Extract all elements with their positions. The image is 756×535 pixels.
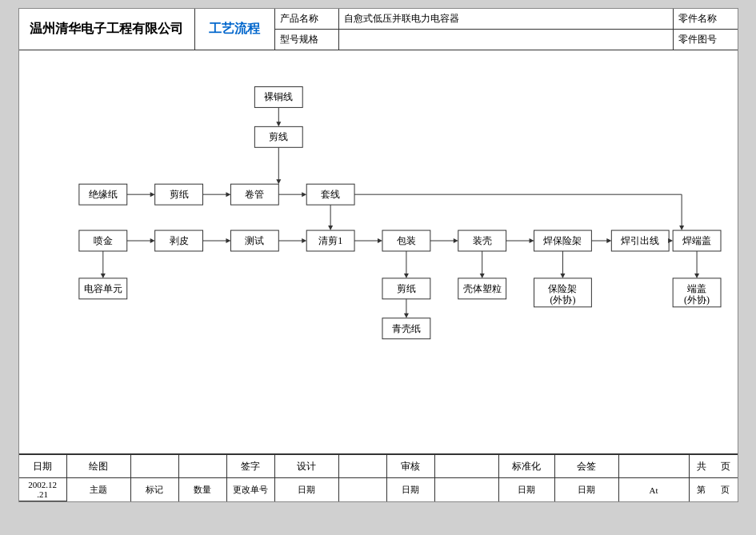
doc-title: 工艺流程	[195, 9, 275, 50]
svg-text:保险架: 保险架	[548, 283, 577, 294]
svg-marker-19	[302, 192, 306, 197]
svg-text:卷管: 卷管	[245, 189, 264, 200]
svg-marker-34	[226, 238, 230, 243]
diagram-area: 裸铜线 剪线 绝缘纸 剪纸 卷管	[19, 50, 738, 453]
date-col: 2002.12.21	[19, 478, 67, 501]
info-block: 产品名称 自愈式低压并联电力电容器 零件名称 型号规格 零件图号	[275, 9, 738, 50]
svg-marker-66	[403, 273, 408, 278]
svg-marker-26	[679, 226, 684, 230]
svg-text:绝缘纸: 绝缘纸	[88, 189, 117, 200]
empty7	[435, 478, 499, 501]
svg-marker-83	[694, 273, 699, 278]
flowchart-svg: 裸铜线 剪线 绝缘纸 剪纸 卷管	[35, 66, 722, 434]
svg-text:装壳: 装壳	[472, 235, 491, 246]
svg-marker-7	[276, 179, 281, 184]
footer: 日期 绘图 签字 设计 审核 标准化 会签 共 页 2002.12.21 主题 …	[19, 453, 738, 501]
svg-text:焊引出线: 焊引出线	[621, 235, 659, 246]
page-label: 页	[714, 455, 738, 477]
svg-text:(外协): (外协)	[684, 294, 710, 305]
svg-marker-46	[453, 238, 458, 243]
svg-text:端盖: 端盖	[687, 283, 706, 294]
svg-text:剪纸: 剪纸	[396, 283, 415, 294]
standardize-label: 标准化	[499, 455, 555, 477]
svg-marker-42	[378, 238, 382, 243]
part-name-label: 零件名称	[674, 9, 738, 29]
total-label: 共	[690, 455, 714, 477]
svg-text:包装: 包装	[396, 235, 415, 246]
ye-label: 页	[714, 478, 738, 501]
footer-top-row: 日期 绘图 签字 设计 审核 标准化 会签 共 页	[19, 455, 738, 478]
svg-marker-62	[100, 273, 105, 278]
svg-text:电容单元: 电容单元	[83, 283, 122, 294]
date4-label: 日期	[499, 478, 555, 501]
mark-label: 标记	[131, 478, 179, 501]
change-label: 更改单号	[227, 478, 275, 501]
svg-marker-15	[226, 192, 230, 197]
company-name: 温州清华电子工程有限公司	[19, 9, 195, 50]
svg-text:喷金: 喷金	[93, 235, 112, 246]
svg-text:焊端盖: 焊端盖	[682, 235, 711, 246]
svg-marker-54	[606, 238, 611, 243]
svg-marker-23	[328, 226, 333, 230]
svg-marker-3	[276, 122, 281, 126]
model-row: 型号规格 零件图号	[275, 30, 738, 50]
review-label: 审核	[387, 455, 435, 477]
model-label: 型号规格	[275, 30, 339, 50]
draw-label: 绘图	[67, 455, 131, 477]
svg-text:壳体塑粒: 壳体塑粒	[462, 283, 501, 294]
svg-marker-38	[302, 238, 306, 243]
svg-marker-11	[150, 192, 154, 197]
date3-label: 日期	[387, 478, 435, 501]
empty1	[131, 455, 179, 477]
empty4	[435, 455, 499, 477]
countersign-label: 会签	[555, 455, 619, 477]
svg-marker-58	[668, 238, 673, 243]
product-label: 产品名称	[275, 9, 339, 29]
current-date: 2002.12.21	[19, 478, 66, 501]
svg-marker-30	[150, 238, 154, 243]
svg-text:(外协): (外协)	[550, 294, 575, 305]
model-value	[339, 30, 674, 50]
empty6	[339, 478, 387, 501]
part-no-label: 零件图号	[674, 30, 738, 50]
svg-text:剪线: 剪线	[269, 131, 288, 142]
svg-text:剥皮: 剥皮	[169, 235, 188, 246]
subject-label: 主题	[67, 478, 131, 501]
svg-marker-78	[560, 273, 565, 278]
svg-text:清剪1: 清剪1	[318, 235, 342, 246]
svg-text:套线: 套线	[321, 189, 340, 200]
date-label: 日期	[19, 455, 67, 477]
product-value: 自愈式低压并联电力电容器	[339, 9, 674, 29]
empty5	[619, 455, 690, 477]
at-label: At	[619, 478, 690, 501]
qty-label: 数量	[179, 478, 227, 501]
svg-text:青壳纸: 青壳纸	[391, 323, 420, 334]
svg-text:测试: 测试	[245, 235, 264, 246]
di-label: 第	[690, 478, 714, 501]
svg-marker-74	[479, 273, 484, 278]
header: 温州清华电子工程有限公司 工艺流程 产品名称 自愈式低压并联电力电容器 零件名称…	[19, 9, 738, 50]
footer-bottom-row: 2002.12.21 主题 标记 数量 更改单号 日期 日期 日期 日期 At …	[19, 478, 738, 501]
page: 温州清华电子工程有限公司 工艺流程 产品名称 自愈式低压并联电力电容器 零件名称…	[18, 8, 738, 502]
svg-marker-50	[529, 238, 534, 243]
date2-label: 日期	[275, 478, 339, 501]
svg-text:裸铜线: 裸铜线	[264, 91, 293, 102]
sign-label: 签字	[227, 455, 275, 477]
svg-text:焊保险架: 焊保险架	[543, 235, 582, 246]
design-label: 设计	[275, 455, 339, 477]
empty3	[339, 455, 387, 477]
svg-marker-70	[403, 313, 408, 318]
date5-label: 日期	[555, 478, 619, 501]
svg-text:剪纸: 剪纸	[169, 189, 188, 200]
empty2	[179, 455, 227, 477]
product-row: 产品名称 自愈式低压并联电力电容器 零件名称	[275, 9, 738, 30]
